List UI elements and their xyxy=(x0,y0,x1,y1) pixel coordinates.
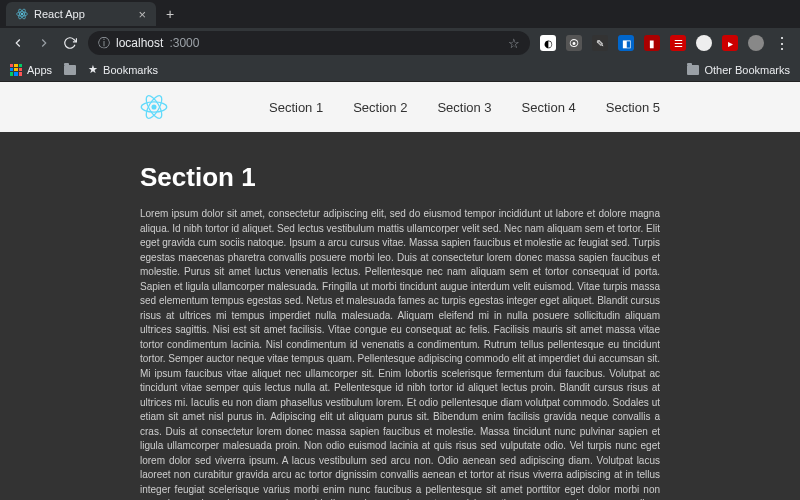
main-content: Section 1 Lorem ipsum dolor sit amet, co… xyxy=(0,132,800,500)
nav-links: Section 1 Section 2 Section 3 Section 4 … xyxy=(269,100,660,115)
svg-point-4 xyxy=(151,104,156,109)
extension-icon[interactable]: ☰ xyxy=(670,35,686,51)
page-viewport: Section 1 Section 2 Section 3 Section 4 … xyxy=(0,82,800,500)
nav-link-section-5[interactable]: Section 5 xyxy=(606,100,660,115)
react-favicon-icon xyxy=(16,8,28,20)
new-tab-button[interactable]: + xyxy=(166,6,174,22)
tab-title: React App xyxy=(34,8,132,20)
reload-button[interactable] xyxy=(62,35,78,51)
extension-icon[interactable]: ▮ xyxy=(644,35,660,51)
close-icon[interactable]: × xyxy=(138,7,146,22)
folder-icon xyxy=(687,65,699,75)
toolbar: ⓘ localhost:3000 ☆ ◐ ⦿ ✎ ◧ ▮ ☰ ▸ ⋮ xyxy=(0,28,800,58)
nav-link-section-1[interactable]: Section 1 xyxy=(269,100,323,115)
section-body-text: Lorem ipsum dolor sit amet, consectetur … xyxy=(140,207,660,500)
bookmark-item[interactable]: ★Bookmarks xyxy=(88,63,158,76)
extension-icons: ◐ ⦿ ✎ ◧ ▮ ☰ ▸ ⋮ xyxy=(540,35,790,51)
url-host: localhost xyxy=(116,36,163,50)
section-heading: Section 1 xyxy=(140,162,660,193)
other-bookmarks[interactable]: Other Bookmarks xyxy=(687,64,790,76)
browser-tab[interactable]: React App × xyxy=(6,2,156,26)
nav-link-section-4[interactable]: Section 4 xyxy=(522,100,576,115)
extension-icon[interactable]: ✎ xyxy=(592,35,608,51)
profile-avatar[interactable] xyxy=(748,35,764,51)
extension-icon[interactable] xyxy=(696,35,712,51)
extension-icon[interactable]: ◐ xyxy=(540,35,556,51)
address-bar[interactable]: ⓘ localhost:3000 ☆ xyxy=(88,31,530,55)
apps-grid-icon xyxy=(10,64,22,76)
site-header: Section 1 Section 2 Section 3 Section 4 … xyxy=(0,82,800,132)
react-logo-icon xyxy=(140,93,168,121)
bookmark-folder[interactable] xyxy=(64,65,76,75)
apps-shortcut[interactable]: Apps xyxy=(10,64,52,76)
nav-link-section-2[interactable]: Section 2 xyxy=(353,100,407,115)
tab-bar: React App × + xyxy=(0,0,800,28)
menu-button[interactable]: ⋮ xyxy=(774,35,790,51)
site-info-icon[interactable]: ⓘ xyxy=(98,35,110,52)
nav-link-section-3[interactable]: Section 3 xyxy=(437,100,491,115)
star-icon: ★ xyxy=(88,63,98,76)
url-path: :3000 xyxy=(169,36,199,50)
extension-icon[interactable]: ⦿ xyxy=(566,35,582,51)
folder-icon xyxy=(64,65,76,75)
svg-point-1 xyxy=(17,12,28,16)
bookmark-star-icon[interactable]: ☆ xyxy=(508,36,520,51)
forward-button[interactable] xyxy=(36,35,52,51)
back-button[interactable] xyxy=(10,35,26,51)
extension-icon[interactable]: ▸ xyxy=(722,35,738,51)
extension-icon[interactable]: ◧ xyxy=(618,35,634,51)
browser-chrome: React App × + ⓘ localhost:3000 ☆ ◐ ⦿ ✎ ◧… xyxy=(0,0,800,82)
bookmarks-bar: Apps ★Bookmarks Other Bookmarks xyxy=(0,58,800,82)
